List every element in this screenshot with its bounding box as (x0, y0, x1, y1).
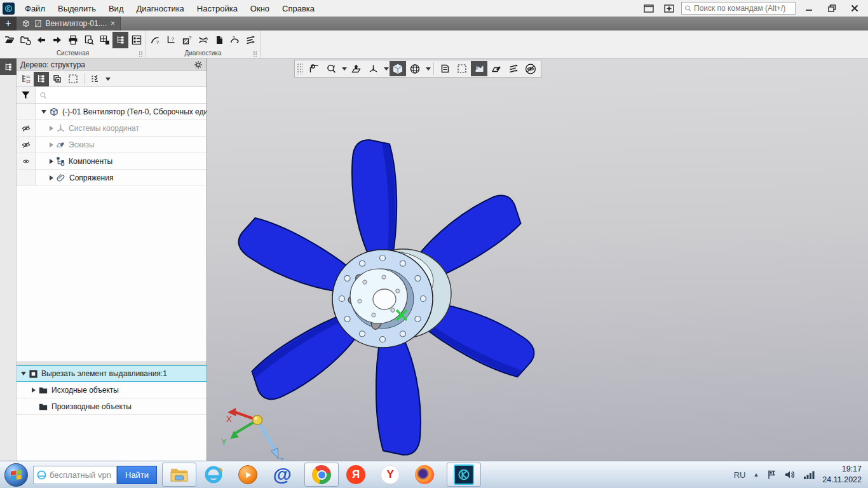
tree-search-field[interactable] (36, 87, 207, 103)
hub-center-hole[interactable] (373, 289, 396, 309)
mail-taskbar-icon[interactable]: @ (265, 463, 299, 487)
expander-right-icon[interactable] (50, 126, 53, 131)
menu-help[interactable]: Справка (276, 1, 320, 16)
expander-right-icon[interactable] (32, 388, 36, 393)
toolbar-grip[interactable] (139, 51, 143, 57)
start-button[interactable] (4, 463, 28, 487)
internet-explorer-taskbar-icon[interactable] (196, 463, 231, 487)
viewport-toolbar-grip[interactable] (297, 63, 303, 74)
selection-frame-button[interactable] (454, 61, 470, 76)
sketch-display-button[interactable] (488, 61, 505, 76)
panel-gear-icon[interactable] (194, 60, 203, 69)
visibility-gutter-cell[interactable] (17, 153, 36, 169)
display-mode-arrow-icon[interactable] (426, 67, 431, 71)
orientation-up-button[interactable] (348, 61, 364, 76)
menu-window[interactable]: Окно (245, 1, 275, 16)
fan-model-canvas[interactable]: X Y Z (207, 58, 868, 461)
kompas-taskbar-button[interactable] (447, 463, 481, 487)
smooth-display-button[interactable] (505, 61, 522, 76)
tree-row-mates[interactable]: Сопряжения (17, 170, 207, 186)
menu-diagnostics[interactable]: Диагностика (130, 1, 189, 16)
display-options-arrow-icon[interactable] (105, 78, 111, 81)
check-surface-button[interactable]: ? (179, 32, 195, 48)
new-document-button[interactable]: + (0, 17, 17, 30)
feature-row-source-objects[interactable]: Исходные объекты (17, 382, 207, 398)
chrome-taskbar-button[interactable] (304, 463, 339, 487)
tab-document[interactable]: Вентилятор-01.... × (17, 17, 121, 30)
print-button[interactable] (65, 32, 81, 48)
expander-right-icon[interactable] (50, 175, 53, 180)
clock[interactable]: 19:17 24.11.2022 (822, 464, 862, 485)
expander-down-icon[interactable] (21, 372, 26, 376)
file-explorer-taskbar-button[interactable] (162, 463, 196, 487)
menu-file[interactable]: Файл (19, 1, 51, 16)
tree-row-sketches[interactable]: Эскизы (17, 137, 207, 153)
wireframe-view-button[interactable] (407, 61, 423, 76)
menu-settings[interactable]: Настройка (191, 1, 243, 16)
open-recent-button[interactable] (17, 32, 33, 48)
check-smoothness-button[interactable] (243, 32, 259, 48)
insert-fragment-button[interactable] (97, 32, 112, 48)
properties-button[interactable] (128, 32, 144, 48)
network-icon[interactable] (803, 470, 815, 480)
menu-select[interactable]: Выделить (52, 1, 102, 16)
visibility-gutter-cell[interactable] (17, 137, 36, 152)
tree-sequence-button[interactable]: 1112 (18, 72, 33, 86)
close-button[interactable] (845, 1, 864, 15)
zoom-options-arrow-icon[interactable] (342, 67, 347, 71)
check-intersection-button[interactable]: ? (195, 32, 211, 48)
feature-row-derived-objects[interactable]: Производные объекты (17, 398, 207, 415)
yandex-taskbar-icon[interactable]: Y (373, 463, 407, 487)
area-select-button[interactable] (65, 72, 81, 86)
restore-button[interactable] (822, 1, 841, 15)
expander-right-icon[interactable] (50, 159, 53, 164)
screen-settings-icon[interactable] (661, 2, 677, 15)
tree-row-coordinate-systems[interactable]: Системы координат (17, 120, 207, 137)
tree-row-components[interactable]: Компоненты (17, 153, 207, 170)
back-button[interactable] (33, 32, 49, 48)
hide-objects-button[interactable] (522, 61, 539, 76)
shaded-view-button[interactable] (390, 61, 406, 76)
3d-viewport[interactable]: X Y Z (207, 58, 868, 461)
volume-icon[interactable] (784, 470, 796, 480)
minimize-button[interactable] (799, 1, 818, 15)
expander-down-icon[interactable] (41, 110, 46, 114)
copy-geometry-button[interactable] (211, 32, 227, 48)
tree-panel-toggle-button[interactable] (0, 58, 17, 75)
taskbar-search-input[interactable] (50, 470, 113, 480)
fan-model[interactable] (233, 138, 540, 458)
language-indicator[interactable]: RU (734, 470, 746, 480)
zoom-area-button[interactable] (323, 61, 339, 76)
yandex-browser-taskbar-icon[interactable]: Я (339, 463, 373, 487)
tree-view-button[interactable] (112, 32, 128, 48)
menu-view[interactable]: Вид (103, 1, 130, 16)
tree-row-root[interactable]: (-)-01 Вентилятор (Тел-0, Сборочных еди (17, 104, 207, 120)
display-options-button[interactable] (88, 72, 103, 86)
visibility-gutter-cell[interactable] (17, 120, 36, 136)
check-curve-button[interactable]: ? (147, 32, 163, 48)
command-search-input[interactable] (694, 4, 792, 13)
media-player-taskbar-icon[interactable] (231, 463, 265, 487)
forward-button[interactable] (49, 32, 65, 48)
tree-structure-button[interactable] (34, 72, 49, 86)
plane-indicator-button[interactable] (306, 61, 322, 76)
action-center-icon[interactable] (766, 470, 776, 480)
taskbar-find-button[interactable]: Найти (117, 466, 157, 484)
check-corner-button[interactable]: ? (163, 32, 179, 48)
section-view-button[interactable] (437, 61, 453, 76)
check-spline-button[interactable]: ? (227, 32, 243, 48)
relations-button[interactable] (50, 72, 65, 86)
print-preview-button[interactable] (81, 32, 97, 48)
coordinate-triad-button[interactable] (365, 61, 381, 76)
orientation-arrow-icon[interactable] (384, 67, 389, 71)
tray-expand-icon[interactable]: ▲ (753, 471, 759, 478)
expander-right-icon[interactable] (50, 142, 53, 147)
layout-window-icon[interactable] (641, 2, 657, 15)
filter-funnel-icon[interactable] (17, 87, 36, 103)
toolbar-grip[interactable] (253, 51, 257, 57)
selected-feature-row[interactable]: Вырезать элемент выдавливания:1 (17, 365, 207, 382)
open-button[interactable] (1, 32, 17, 48)
tab-close-icon[interactable]: × (111, 19, 115, 28)
firefox-taskbar-icon[interactable] (407, 463, 442, 487)
filter-solids-button[interactable] (471, 61, 487, 76)
